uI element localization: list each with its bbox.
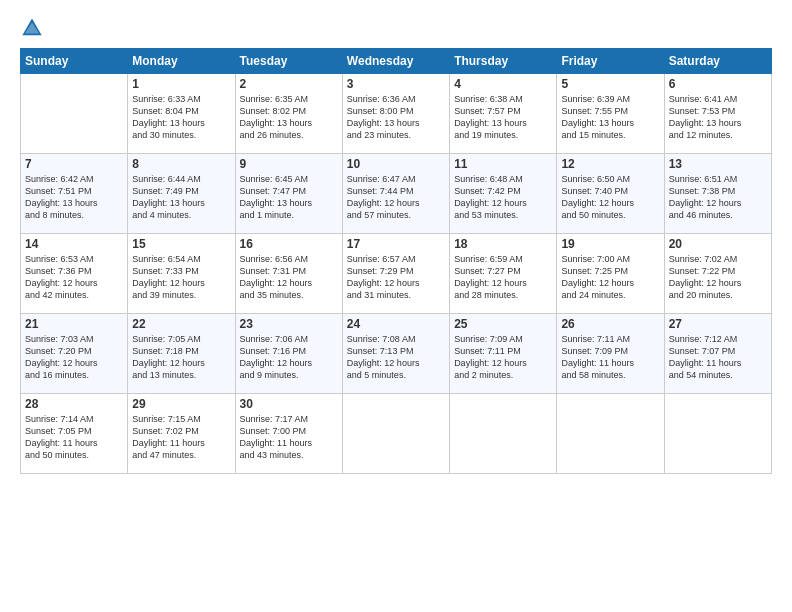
calendar-cell: 4Sunrise: 6:38 AM Sunset: 7:57 PM Daylig… (450, 74, 557, 154)
header (20, 16, 772, 40)
calendar-week-row: 28Sunrise: 7:14 AM Sunset: 7:05 PM Dayli… (21, 394, 772, 474)
calendar-cell: 23Sunrise: 7:06 AM Sunset: 7:16 PM Dayli… (235, 314, 342, 394)
day-number: 24 (347, 317, 445, 331)
day-number: 20 (669, 237, 767, 251)
cell-content: Sunrise: 7:08 AM Sunset: 7:13 PM Dayligh… (347, 333, 445, 382)
calendar-cell: 14Sunrise: 6:53 AM Sunset: 7:36 PM Dayli… (21, 234, 128, 314)
cell-content: Sunrise: 6:33 AM Sunset: 8:04 PM Dayligh… (132, 93, 230, 142)
day-number: 12 (561, 157, 659, 171)
calendar-header-tuesday: Tuesday (235, 49, 342, 74)
cell-content: Sunrise: 6:56 AM Sunset: 7:31 PM Dayligh… (240, 253, 338, 302)
day-number: 13 (669, 157, 767, 171)
day-number: 9 (240, 157, 338, 171)
calendar-cell: 26Sunrise: 7:11 AM Sunset: 7:09 PM Dayli… (557, 314, 664, 394)
day-number: 19 (561, 237, 659, 251)
calendar-cell: 15Sunrise: 6:54 AM Sunset: 7:33 PM Dayli… (128, 234, 235, 314)
cell-content: Sunrise: 6:38 AM Sunset: 7:57 PM Dayligh… (454, 93, 552, 142)
calendar-header-thursday: Thursday (450, 49, 557, 74)
day-number: 17 (347, 237, 445, 251)
calendar-cell: 1Sunrise: 6:33 AM Sunset: 8:04 PM Daylig… (128, 74, 235, 154)
day-number: 28 (25, 397, 123, 411)
calendar-cell (664, 394, 771, 474)
cell-content: Sunrise: 6:54 AM Sunset: 7:33 PM Dayligh… (132, 253, 230, 302)
calendar-cell: 29Sunrise: 7:15 AM Sunset: 7:02 PM Dayli… (128, 394, 235, 474)
day-number: 2 (240, 77, 338, 91)
day-number: 23 (240, 317, 338, 331)
day-number: 3 (347, 77, 445, 91)
day-number: 15 (132, 237, 230, 251)
calendar-header-wednesday: Wednesday (342, 49, 449, 74)
cell-content: Sunrise: 7:17 AM Sunset: 7:00 PM Dayligh… (240, 413, 338, 462)
cell-content: Sunrise: 6:50 AM Sunset: 7:40 PM Dayligh… (561, 173, 659, 222)
calendar-week-row: 14Sunrise: 6:53 AM Sunset: 7:36 PM Dayli… (21, 234, 772, 314)
cell-content: Sunrise: 7:12 AM Sunset: 7:07 PM Dayligh… (669, 333, 767, 382)
day-number: 30 (240, 397, 338, 411)
calendar-cell: 10Sunrise: 6:47 AM Sunset: 7:44 PM Dayli… (342, 154, 449, 234)
cell-content: Sunrise: 6:48 AM Sunset: 7:42 PM Dayligh… (454, 173, 552, 222)
day-number: 11 (454, 157, 552, 171)
day-number: 18 (454, 237, 552, 251)
calendar-cell (557, 394, 664, 474)
calendar-week-row: 7Sunrise: 6:42 AM Sunset: 7:51 PM Daylig… (21, 154, 772, 234)
page: SundayMondayTuesdayWednesdayThursdayFrid… (0, 0, 792, 612)
logo (20, 16, 48, 40)
calendar-cell: 8Sunrise: 6:44 AM Sunset: 7:49 PM Daylig… (128, 154, 235, 234)
cell-content: Sunrise: 6:45 AM Sunset: 7:47 PM Dayligh… (240, 173, 338, 222)
day-number: 6 (669, 77, 767, 91)
calendar-week-row: 21Sunrise: 7:03 AM Sunset: 7:20 PM Dayli… (21, 314, 772, 394)
calendar-cell: 16Sunrise: 6:56 AM Sunset: 7:31 PM Dayli… (235, 234, 342, 314)
cell-content: Sunrise: 6:42 AM Sunset: 7:51 PM Dayligh… (25, 173, 123, 222)
day-number: 21 (25, 317, 123, 331)
calendar-cell: 9Sunrise: 6:45 AM Sunset: 7:47 PM Daylig… (235, 154, 342, 234)
cell-content: Sunrise: 7:06 AM Sunset: 7:16 PM Dayligh… (240, 333, 338, 382)
day-number: 22 (132, 317, 230, 331)
cell-content: Sunrise: 7:11 AM Sunset: 7:09 PM Dayligh… (561, 333, 659, 382)
calendar-cell: 17Sunrise: 6:57 AM Sunset: 7:29 PM Dayli… (342, 234, 449, 314)
calendar-week-row: 1Sunrise: 6:33 AM Sunset: 8:04 PM Daylig… (21, 74, 772, 154)
calendar-cell: 13Sunrise: 6:51 AM Sunset: 7:38 PM Dayli… (664, 154, 771, 234)
cell-content: Sunrise: 6:47 AM Sunset: 7:44 PM Dayligh… (347, 173, 445, 222)
day-number: 25 (454, 317, 552, 331)
day-number: 10 (347, 157, 445, 171)
calendar-cell: 30Sunrise: 7:17 AM Sunset: 7:00 PM Dayli… (235, 394, 342, 474)
calendar-cell (342, 394, 449, 474)
cell-content: Sunrise: 7:05 AM Sunset: 7:18 PM Dayligh… (132, 333, 230, 382)
cell-content: Sunrise: 7:03 AM Sunset: 7:20 PM Dayligh… (25, 333, 123, 382)
calendar-cell: 25Sunrise: 7:09 AM Sunset: 7:11 PM Dayli… (450, 314, 557, 394)
cell-content: Sunrise: 6:39 AM Sunset: 7:55 PM Dayligh… (561, 93, 659, 142)
calendar-header-sunday: Sunday (21, 49, 128, 74)
calendar-cell: 28Sunrise: 7:14 AM Sunset: 7:05 PM Dayli… (21, 394, 128, 474)
calendar-header-saturday: Saturday (664, 49, 771, 74)
calendar-cell: 20Sunrise: 7:02 AM Sunset: 7:22 PM Dayli… (664, 234, 771, 314)
calendar-cell: 7Sunrise: 6:42 AM Sunset: 7:51 PM Daylig… (21, 154, 128, 234)
calendar-cell (21, 74, 128, 154)
cell-content: Sunrise: 7:00 AM Sunset: 7:25 PM Dayligh… (561, 253, 659, 302)
cell-content: Sunrise: 6:36 AM Sunset: 8:00 PM Dayligh… (347, 93, 445, 142)
cell-content: Sunrise: 6:35 AM Sunset: 8:02 PM Dayligh… (240, 93, 338, 142)
cell-content: Sunrise: 6:51 AM Sunset: 7:38 PM Dayligh… (669, 173, 767, 222)
day-number: 26 (561, 317, 659, 331)
calendar-cell: 27Sunrise: 7:12 AM Sunset: 7:07 PM Dayli… (664, 314, 771, 394)
calendar-cell: 11Sunrise: 6:48 AM Sunset: 7:42 PM Dayli… (450, 154, 557, 234)
cell-content: Sunrise: 7:15 AM Sunset: 7:02 PM Dayligh… (132, 413, 230, 462)
cell-content: Sunrise: 6:53 AM Sunset: 7:36 PM Dayligh… (25, 253, 123, 302)
day-number: 8 (132, 157, 230, 171)
day-number: 5 (561, 77, 659, 91)
calendar-cell: 2Sunrise: 6:35 AM Sunset: 8:02 PM Daylig… (235, 74, 342, 154)
day-number: 14 (25, 237, 123, 251)
calendar-header-row: SundayMondayTuesdayWednesdayThursdayFrid… (21, 49, 772, 74)
cell-content: Sunrise: 6:59 AM Sunset: 7:27 PM Dayligh… (454, 253, 552, 302)
calendar-cell: 6Sunrise: 6:41 AM Sunset: 7:53 PM Daylig… (664, 74, 771, 154)
cell-content: Sunrise: 7:02 AM Sunset: 7:22 PM Dayligh… (669, 253, 767, 302)
calendar-cell: 12Sunrise: 6:50 AM Sunset: 7:40 PM Dayli… (557, 154, 664, 234)
calendar-cell: 22Sunrise: 7:05 AM Sunset: 7:18 PM Dayli… (128, 314, 235, 394)
calendar-cell (450, 394, 557, 474)
day-number: 4 (454, 77, 552, 91)
cell-content: Sunrise: 6:44 AM Sunset: 7:49 PM Dayligh… (132, 173, 230, 222)
calendar-table: SundayMondayTuesdayWednesdayThursdayFrid… (20, 48, 772, 474)
day-number: 1 (132, 77, 230, 91)
logo-icon (20, 16, 44, 40)
day-number: 16 (240, 237, 338, 251)
cell-content: Sunrise: 7:09 AM Sunset: 7:11 PM Dayligh… (454, 333, 552, 382)
calendar-cell: 18Sunrise: 6:59 AM Sunset: 7:27 PM Dayli… (450, 234, 557, 314)
